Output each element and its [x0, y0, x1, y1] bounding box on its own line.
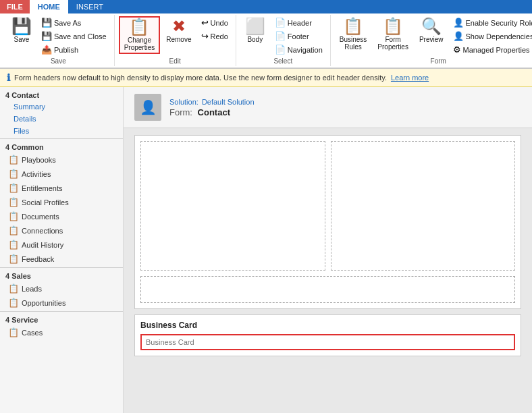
preview-icon: 🔍 [421, 18, 442, 34]
opportunities-icon: 📋 [8, 298, 19, 308]
form-row-bottom [140, 276, 515, 303]
navigation-icon: 📄 [275, 45, 286, 55]
redo-icon: ↪ [201, 31, 209, 41]
solution-label: Solution: [169, 98, 198, 106]
form-canvas: Business Card [124, 128, 532, 363]
save-icon: 💾 [11, 18, 32, 34]
info-icon: ℹ [7, 72, 10, 83]
select-group-label: Select [273, 57, 292, 65]
remove-button[interactable]: ✖ Remove [161, 16, 196, 45]
business-rules-button[interactable]: 📋 BusinessRules [335, 16, 372, 53]
header-icon: 📄 [275, 18, 286, 28]
header-button[interactable]: 📄 Header [271, 16, 326, 29]
publish-button[interactable]: 📤 Publish [38, 43, 110, 56]
audit-history-icon: 📋 [8, 240, 19, 250]
left-nav-panel: 4 Contact Summary Details Files 4 Common… [0, 87, 124, 413]
nav-item-connections[interactable]: 📋 Connections [0, 223, 123, 238]
form-group-content: 📋 BusinessRules 📋 FormProperties 🔍 Previ… [335, 16, 532, 56]
save-as-icon: 💾 [41, 18, 52, 28]
connections-icon: 📋 [8, 225, 19, 236]
nav-item-social-profiles[interactable]: 📋 Social Profiles [0, 195, 123, 209]
info-bar: ℹ Form headers now default to high densi… [0, 69, 532, 87]
save-group-label: Save [51, 57, 66, 65]
show-dependencies-button[interactable]: 👤 Show Dependencies [450, 30, 532, 43]
nav-label-audit-history: Audit History [22, 241, 63, 249]
right-panel: 👤 Solution: Default Solution Form: Conta… [124, 87, 532, 413]
nav-item-leads[interactable]: 📋 Leads [0, 281, 123, 296]
footer-icon: 📄 [275, 31, 286, 41]
form-label: Form: [169, 107, 192, 117]
business-card-input[interactable] [140, 334, 515, 350]
publish-icon: 📤 [41, 45, 52, 55]
tab-file[interactable]: FILE [0, 0, 30, 13]
info-message: Form headers now default to high density… [14, 74, 387, 82]
nav-item-playbooks[interactable]: 📋 Playbooks [0, 153, 123, 167]
save-as-button[interactable]: 💾 Save As [38, 16, 110, 29]
form-group-label: Form [431, 57, 446, 65]
entitlements-icon: 📋 [8, 183, 19, 193]
managed-properties-button[interactable]: ⚙ Managed Properties [450, 43, 532, 56]
playbooks-icon: 📋 [8, 155, 19, 165]
save-close-icon: 💾 [41, 31, 52, 41]
business-card-label: Business Card [140, 321, 515, 330]
enable-security-roles-button[interactable]: 👤 Enable Security Roles [450, 16, 532, 29]
form-properties-button[interactable]: 📋 FormProperties [373, 16, 413, 53]
learn-more-link[interactable]: Learn more [391, 74, 429, 82]
undo-button[interactable]: ↩ Undo [198, 16, 232, 29]
tab-home[interactable]: HOME [30, 0, 68, 13]
nav-label-opportunities: Opportunities [22, 299, 65, 307]
preview-button[interactable]: 🔍 Preview [415, 16, 448, 45]
nav-item-cases[interactable]: 📋 Cases [0, 325, 123, 339]
feedback-icon: 📋 [8, 254, 19, 264]
avatar: 👤 [134, 94, 161, 121]
contact-section-header: 4 Contact [0, 87, 123, 101]
nav-label-feedback: Feedback [22, 255, 54, 263]
ribbon-tab-bar: FILE HOME INSERT [0, 0, 532, 13]
form-value: Contact [198, 107, 230, 117]
common-section-header: 4 Common [0, 138, 123, 153]
nav-item-feedback[interactable]: 📋 Feedback [0, 252, 123, 266]
change-properties-button[interactable]: 📋 ChangeProperties [119, 16, 161, 54]
nav-item-audit-history[interactable]: 📋 Audit History [0, 238, 123, 252]
save-label: Save [14, 36, 30, 43]
dependencies-icon: 👤 [453, 31, 464, 41]
save-group-content: 💾 Save 💾 Save As 💾 Save and Close 📤 Publ… [7, 16, 110, 56]
nav-label-social-profiles: Social Profiles [22, 198, 69, 206]
undo-redo-stack: ↩ Undo ↪ Redo [198, 16, 232, 43]
nav-label-activities: Activities [22, 170, 51, 178]
nav-item-files[interactable]: Files [0, 125, 123, 137]
navigation-button[interactable]: 📄 Navigation [271, 43, 326, 56]
undo-icon: ↩ [201, 18, 209, 28]
documents-icon: 📋 [8, 211, 19, 221]
nav-item-summary[interactable]: Summary [0, 101, 123, 113]
redo-button[interactable]: ↪ Redo [198, 30, 232, 43]
nav-item-details[interactable]: Details [0, 113, 123, 125]
business-rules-icon: 📋 [343, 18, 363, 34]
footer-button[interactable]: 📄 Footer [271, 30, 326, 43]
form-column-2 [331, 141, 516, 271]
nav-item-opportunities[interactable]: 📋 Opportunities [0, 296, 123, 310]
save-close-button[interactable]: 💾 Save and Close [38, 30, 110, 43]
save-stack: 💾 Save As 💾 Save and Close 📤 Publish [38, 16, 110, 56]
nav-item-entitlements[interactable]: 📋 Entitlements [0, 181, 123, 195]
tab-insert[interactable]: INSERT [68, 0, 111, 13]
form-name-line: Form: Contact [169, 107, 255, 117]
select-stack: 📄 Header 📄 Footer 📄 Navigation [271, 16, 326, 56]
nav-item-documents[interactable]: 📋 Documents [0, 209, 123, 223]
main-form-section [134, 135, 521, 309]
activities-icon: 📋 [8, 169, 19, 179]
body-button[interactable]: ⬜ Body [240, 16, 270, 45]
nav-label-playbooks: Playbooks [22, 156, 56, 164]
ribbon-group-form: 📋 BusinessRules 📋 FormProperties 🔍 Previ… [331, 15, 532, 66]
form-info: Solution: Default Solution Form: Contact [169, 98, 255, 117]
save-button[interactable]: 💾 Save [7, 16, 36, 45]
nav-item-activities[interactable]: 📋 Activities [0, 167, 123, 181]
nav-label-cases: Cases [22, 329, 43, 337]
nav-label-entitlements: Entitlements [22, 184, 63, 192]
ribbon-group-save: 💾 Save 💾 Save As 💾 Save and Close 📤 Publ… [3, 15, 115, 66]
solution-value: Default Solution [202, 98, 255, 106]
nav-label-leads: Leads [22, 285, 42, 293]
form-properties-icon: 📋 [383, 18, 403, 34]
change-properties-icon: 📋 [129, 19, 149, 35]
ribbon: FILE HOME INSERT 💾 Save 💾 Save As 💾 [0, 0, 532, 69]
